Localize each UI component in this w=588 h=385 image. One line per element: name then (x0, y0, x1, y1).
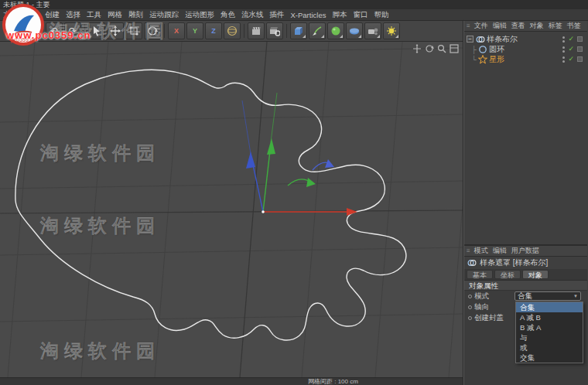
keyframe-dot-icon[interactable] (468, 295, 472, 298)
am-menu-userdata[interactable]: 用户数据 (509, 246, 542, 256)
object-toggles: ✓ (562, 44, 583, 54)
keyframe-dot-icon[interactable] (468, 305, 472, 309)
grid-lines (0, 42, 463, 377)
world-axis-grid-lines (0, 42, 463, 377)
menu-create[interactable]: 创建 (42, 10, 63, 20)
rotation-arrow-green-icon[interactable] (306, 178, 316, 187)
object-toggles: ✓ (562, 34, 583, 44)
enabled-check-icon[interactable]: ✓ (568, 54, 574, 64)
scale-tool-button[interactable] (125, 22, 142, 39)
menu-pipeline[interactable]: 流水线 (238, 10, 267, 20)
menu-select[interactable]: 选择 (63, 10, 84, 20)
om-menu-bookmarks[interactable]: 书签 (565, 21, 583, 31)
tab-coordinates[interactable]: 坐标 (494, 270, 521, 279)
dropdown-option-union[interactable]: 合集 (516, 302, 583, 312)
spline-outline[interactable] (15, 70, 406, 340)
object-row-spline-boolean[interactable]: − 样条布尔 ✓ (464, 34, 587, 44)
visibility-dots-icon[interactable] (562, 56, 565, 63)
chevron-down-icon: ▼ (573, 294, 578, 298)
render-view-button[interactable] (248, 22, 265, 39)
dropdown-corner-icon (321, 35, 324, 38)
axis-origin-point[interactable] (262, 210, 265, 213)
tag-icon[interactable] (577, 56, 583, 62)
selection-cursor-icon (91, 26, 102, 36)
dropdown-option-a-minus-b[interactable]: A 减 B (516, 312, 583, 322)
object-row-star[interactable]: └ 星形 ✓ (464, 54, 587, 64)
object-label[interactable]: 星形 (489, 54, 504, 65)
tab-object[interactable]: 对象 (522, 270, 549, 279)
visibility-dots-icon[interactable] (562, 36, 565, 43)
menu-motion-tracker[interactable]: 运动跟踪 (146, 10, 182, 20)
object-properties-header: 对象属性 (464, 281, 587, 291)
object-label[interactable]: 样条布尔 (487, 34, 518, 45)
om-menu-edit[interactable]: 编辑 (491, 21, 509, 31)
rotate-tool-icon (147, 26, 158, 36)
generator-button[interactable] (327, 22, 344, 39)
keyframe-dot-icon[interactable] (468, 316, 472, 320)
dropdown-option-b-minus-a[interactable]: B 减 A (516, 322, 583, 332)
mode-dropdown[interactable]: 合集 ▼ (514, 291, 581, 301)
menu-mesh[interactable]: 网格 (104, 10, 125, 20)
grid-spacing-status: 网格间距 : 100 cm (308, 377, 358, 385)
viewport-3d[interactable] (0, 42, 463, 377)
deformer-button[interactable] (346, 22, 363, 39)
menu-mograph[interactable]: 运动图形 (182, 10, 217, 20)
axis-y-lock-button[interactable]: Y (186, 22, 203, 39)
expand-toggle-icon[interactable]: − (467, 36, 473, 43)
star-spline-icon (477, 55, 487, 64)
rotation-arrow-blue-icon[interactable] (325, 159, 334, 168)
dropdown-option-intersect[interactable]: 交集 (516, 353, 583, 363)
menu-script[interactable]: 脚本 (329, 10, 350, 20)
menu-window[interactable]: 窗口 (350, 10, 371, 20)
enabled-check-icon[interactable]: ✓ (568, 34, 574, 44)
om-menu-view[interactable]: 查看 (509, 21, 528, 31)
rotate-tool-button[interactable] (144, 22, 161, 39)
render-settings-button[interactable] (266, 22, 283, 39)
orbit-view-icon[interactable] (425, 44, 434, 53)
move-tool-icon (110, 26, 121, 36)
x-axis-arrow-icon[interactable] (347, 208, 357, 216)
om-menu-file[interactable]: 文件 (472, 21, 491, 31)
panel-grip-icon[interactable]: ≡ (467, 247, 470, 254)
render-view-icon (251, 26, 262, 36)
menu-tools[interactable]: 工具 (84, 10, 104, 20)
spline-boolean-icon (475, 35, 485, 44)
object-row-circle[interactable]: ├ 圆环 ✓ (464, 44, 587, 54)
object-label[interactable]: 圆环 (489, 44, 504, 55)
am-menu-edit[interactable]: 编辑 (491, 246, 509, 256)
axis-x-lock-button[interactable]: X (168, 22, 185, 39)
primitive-cube-button[interactable] (290, 22, 307, 39)
tag-icon[interactable] (577, 36, 583, 42)
visibility-dots-icon[interactable] (562, 46, 565, 53)
scene-canvas[interactable] (0, 42, 463, 377)
pan-view-icon[interactable] (412, 44, 422, 53)
axis-gizmo[interactable] (242, 93, 357, 216)
axis-z-lock-button[interactable]: Z (205, 22, 222, 39)
menu-character[interactable]: 角色 (217, 10, 238, 20)
zoom-view-icon[interactable] (437, 44, 446, 53)
object-tree: − 样条布尔 ✓ ├ (464, 32, 587, 244)
panel-grip-icon[interactable]: ≡ (467, 22, 470, 29)
dropdown-option-or[interactable]: 或 (516, 342, 583, 353)
toggle-view-icon[interactable] (450, 44, 459, 53)
attribute-manager-menu-bar: ≡ 模式 编辑 用户数据 (464, 246, 587, 257)
menu-plugins[interactable]: 插件 (267, 10, 288, 20)
menu-help[interactable]: 帮助 (371, 10, 391, 20)
tree-branch-icon: └ (470, 56, 477, 63)
om-menu-tags[interactable]: 标签 (546, 21, 565, 31)
menu-xparticles[interactable]: X-Particles (288, 11, 330, 19)
tab-basic[interactable]: 基本 (467, 270, 493, 279)
enabled-check-icon[interactable]: ✓ (568, 44, 574, 54)
move-tool-button[interactable] (107, 22, 124, 39)
camera-button[interactable] (364, 22, 381, 39)
tag-icon[interactable] (577, 46, 583, 52)
z-axis-arrow-icon[interactable] (246, 152, 255, 169)
dropdown-option-and[interactable]: 与 (516, 332, 583, 342)
am-menu-mode[interactable]: 模式 (472, 246, 491, 256)
light-button[interactable] (383, 22, 400, 39)
mode-label: 模式 (474, 291, 514, 302)
spline-pen-button[interactable] (309, 22, 326, 39)
om-menu-objects[interactable]: 对象 (528, 21, 546, 31)
coordinate-system-button[interactable] (224, 22, 241, 39)
menu-sculpt[interactable]: 雕刻 (125, 10, 146, 20)
